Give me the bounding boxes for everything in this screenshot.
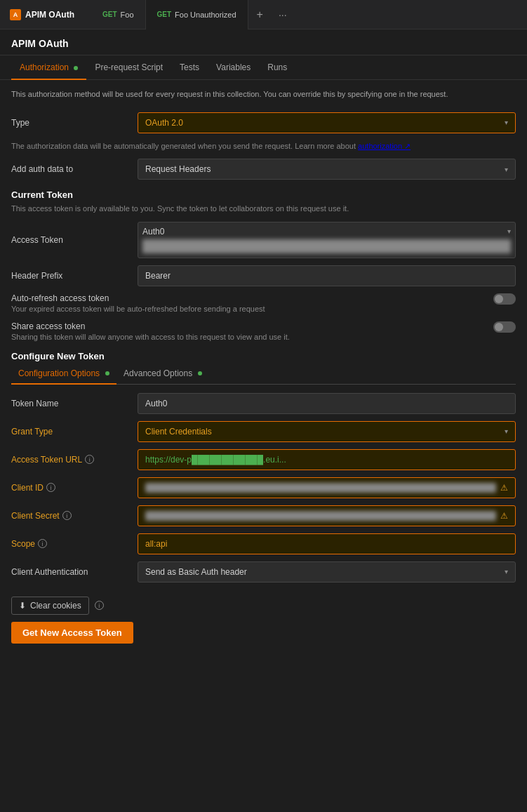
add-auth-data-value: Request Headers — [145, 164, 211, 174]
access-token-blurred — [142, 239, 511, 253]
client-secret-blurred — [145, 511, 496, 521]
tab-foo[interactable]: GET Foo — [91, 0, 146, 29]
auth-info-text: This authorization method will be used f… — [11, 88, 516, 101]
clear-cookies-info-icon[interactable]: i — [95, 601, 104, 610]
scope-label: Scope i — [11, 539, 138, 549]
config-options-dot — [105, 371, 109, 375]
grant-type-arrow: ▾ — [505, 427, 508, 435]
grant-type-dropdown[interactable]: Client Credentials ▾ — [138, 421, 516, 442]
tab-runs[interactable]: Runs — [259, 55, 295, 79]
current-token-desc: This access token is only available to y… — [11, 203, 516, 215]
client-id-row: Client ID i ⚠ — [11, 477, 516, 498]
app-name-label: APIM OAuth — [25, 10, 74, 20]
auto-refresh-toggle[interactable] — [493, 293, 516, 305]
tab-foo-method: GET — [102, 11, 117, 18]
tab-pre-request-script[interactable]: Pre-request Script — [86, 55, 171, 79]
type-dropdown-arrow: ▾ — [505, 119, 508, 126]
client-secret-warning-icon: ⚠ — [500, 511, 508, 521]
tab-foo-unauthorized[interactable]: GET Foo Unauthorized — [146, 0, 248, 29]
clear-cookies-button[interactable]: ⬇ Clear cookies — [11, 597, 89, 615]
grant-type-row: Grant Type Client Credentials ▾ — [11, 421, 516, 442]
scope-info-icon[interactable]: i — [38, 539, 47, 548]
auto-refresh-row: Auto-refresh access token Your expired a… — [11, 293, 516, 313]
config-tab-advanced-options[interactable]: Advanced Options — [116, 364, 209, 384]
bottom-actions: ⬇ Clear cookies i Get New Access Token — [11, 597, 516, 644]
access-token-url-info-icon[interactable]: i — [85, 455, 94, 464]
access-token-label: Access Token — [11, 235, 138, 245]
app-icon: A — [10, 9, 21, 20]
tab-tests[interactable]: Tests — [171, 55, 208, 79]
title-bar: A APIM OAuth GET Foo GET Foo Unauthorize… — [0, 0, 527, 29]
auth-learn-more-link[interactable]: authorization ↗ — [358, 142, 411, 150]
authorization-dot — [74, 66, 78, 70]
client-auth-row: Client Authentication Send as Basic Auth… — [11, 561, 516, 583]
token-name-value: Auth0 — [145, 399, 167, 408]
access-token-row: Access Token Auth0 ▾ — [11, 222, 516, 258]
type-row: Type OAuth 2.0 ▾ — [11, 112, 516, 133]
access-token-value: Auth0 — [142, 227, 164, 237]
share-access-token-row: Share access token Sharing this token wi… — [11, 321, 516, 341]
header-prefix-value: Bearer — [145, 271, 171, 281]
auto-refresh-desc: Your expired access token will be auto-r… — [11, 305, 486, 313]
token-name-label: Token Name — [11, 399, 138, 408]
client-secret-row: Client Secret i ⚠ — [11, 505, 516, 526]
access-token-url-label: Access Token URL i — [11, 455, 138, 465]
auto-refresh-text: Auto-refresh access token Your expired a… — [11, 293, 486, 313]
clear-cookies-download-icon: ⬇ — [19, 601, 26, 611]
type-value: OAuth 2.0 — [145, 118, 183, 128]
scope-row: Scope i all:api — [11, 533, 516, 554]
share-access-token-desc: Sharing this token will allow anyone wit… — [11, 333, 486, 341]
add-tab-button[interactable]: + — [248, 0, 272, 29]
client-id-input[interactable]: ⚠ — [138, 477, 516, 498]
get-new-access-token-button[interactable]: Get New Access Token — [11, 622, 133, 644]
app-title: A APIM OAuth — [0, 9, 91, 20]
header-prefix-row: Header Prefix Bearer — [11, 265, 516, 286]
access-token-url-row: Access Token URL i https://dev-p████████… — [11, 449, 516, 470]
tabs-bar: GET Foo GET Foo Unauthorized + ··· — [91, 0, 527, 29]
clear-cookies-label: Clear cookies — [30, 601, 81, 611]
client-secret-label: Client Secret i — [11, 511, 138, 521]
get-token-label: Get New Access Token — [22, 627, 122, 638]
add-auth-data-dropdown[interactable]: Request Headers ▾ — [138, 159, 516, 180]
config-tabs: Configuration Options Advanced Options — [11, 364, 516, 385]
share-access-token-text: Share access token Sharing this token wi… — [11, 321, 486, 341]
header-prefix-label: Header Prefix — [11, 271, 138, 281]
token-name-row: Token Name Auth0 — [11, 393, 516, 414]
grant-type-label: Grant Type — [11, 427, 138, 437]
client-auth-dropdown[interactable]: Send as Basic Auth header ▾ — [138, 561, 516, 583]
scope-value: all:api — [145, 539, 167, 549]
access-token-url-value: https://dev-p████████████.eu.i... — [145, 455, 286, 465]
collection-title: APIM OAuth — [0, 29, 527, 55]
config-tab-configuration-options[interactable]: Configuration Options — [11, 364, 116, 384]
header-prefix-input[interactable]: Bearer — [138, 265, 516, 286]
token-name-input[interactable]: Auth0 — [138, 393, 516, 414]
type-dropdown[interactable]: OAuth 2.0 ▾ — [138, 112, 516, 133]
main-content: This authorization method will be used f… — [0, 80, 527, 652]
scope-input[interactable]: all:api — [138, 533, 516, 554]
share-access-token-toggle[interactable] — [493, 321, 516, 333]
add-auth-data-arrow: ▾ — [505, 166, 508, 173]
access-token-url-input[interactable]: https://dev-p████████████.eu.i... — [138, 449, 516, 470]
current-token-header: Current Token — [11, 189, 516, 200]
client-id-info-icon[interactable]: i — [46, 483, 55, 492]
clear-cookies-row: ⬇ Clear cookies i — [11, 597, 516, 615]
share-access-token-label: Share access token — [11, 321, 486, 331]
client-secret-info-icon[interactable]: i — [62, 511, 72, 520]
configure-new-token-section: Configure New Token Configuration Option… — [11, 351, 516, 583]
auto-refresh-label: Auto-refresh access token — [11, 293, 486, 303]
client-id-warning-icon: ⚠ — [500, 483, 508, 493]
tab-foo-name: Foo — [121, 11, 134, 19]
add-auth-data-row: Add auth data to Request Headers ▾ — [11, 159, 516, 180]
client-secret-input[interactable]: ⚠ — [138, 505, 516, 526]
client-id-label: Client ID i — [11, 483, 138, 493]
client-auth-arrow: ▾ — [505, 568, 508, 575]
access-token-arrow: ▾ — [507, 227, 511, 235]
grant-type-value: Client Credentials — [145, 427, 212, 437]
more-tabs-button[interactable]: ··· — [272, 0, 294, 29]
tab-foo-unauthorized-method: GET — [157, 11, 172, 18]
access-token-dropdown[interactable]: Auth0 ▾ — [138, 222, 516, 258]
configure-new-token-title: Configure New Token — [11, 351, 516, 361]
tab-authorization[interactable]: Authorization — [11, 55, 86, 79]
tab-variables[interactable]: Variables — [208, 55, 259, 79]
sub-tabs: Authorization Pre-request Script Tests V… — [0, 55, 527, 80]
